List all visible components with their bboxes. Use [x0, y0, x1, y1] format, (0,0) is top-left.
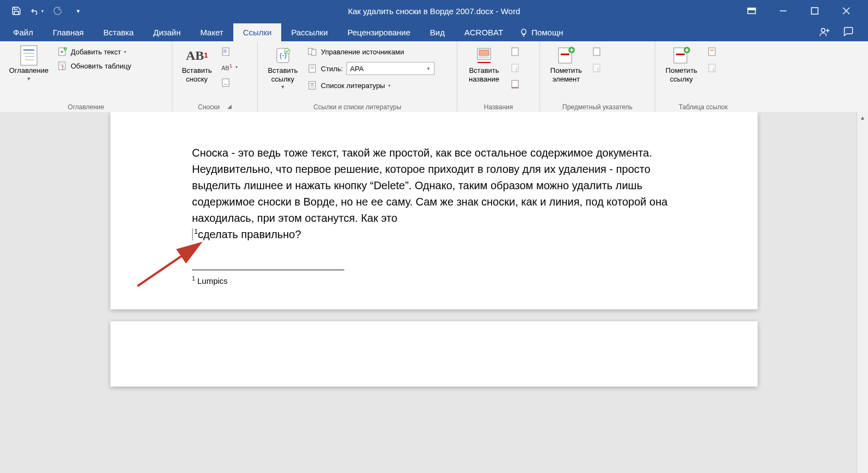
minimize-button[interactable] [773, 1, 793, 21]
footnotes-dialog-launcher[interactable]: ◢ [227, 103, 232, 111]
group-toa-label: Таблица ссылок [660, 102, 747, 112]
update-toc-button[interactable]: ! Обновить таблицу [57, 60, 132, 72]
insert-index-icon [592, 47, 602, 57]
document-area[interactable]: Сноска - это ведь тоже текст, такой же п… [0, 112, 868, 113]
caption-icon [474, 46, 494, 65]
svg-text:[i]: [i] [224, 49, 227, 53]
toc-icon [19, 46, 39, 65]
svg-rect-60 [709, 48, 715, 55]
manage-sources-label: Управление источниками [321, 48, 404, 56]
insert-caption-button[interactable]: Вставить название [462, 43, 506, 83]
svg-text:+: + [64, 47, 67, 52]
style-value-dropdown[interactable]: APA ▼ [346, 62, 435, 75]
insert-endnote-button[interactable]: [i] [220, 46, 239, 58]
add-text-icon: ++ [58, 47, 67, 57]
share-button[interactable] [819, 26, 830, 37]
group-index-label: Предметный указатель [544, 102, 650, 112]
save-button[interactable] [10, 4, 23, 17]
maximize-button[interactable] [805, 1, 824, 21]
comments-button[interactable] [843, 26, 854, 37]
review-tab[interactable]: Рецензирование [338, 23, 420, 41]
citation-icon: (-) [273, 46, 293, 65]
window-controls [742, 1, 868, 21]
qat-customize-button[interactable]: ▾ [72, 4, 85, 17]
redo-button[interactable] [51, 4, 64, 17]
style-icon [308, 64, 318, 73]
group-captions-label: Названия [462, 102, 535, 112]
svg-rect-53 [593, 64, 600, 72]
group-footnotes: AB1 Вставить сноску [i] AB1▾ Сноски◢ [172, 41, 258, 112]
design-tab[interactable]: Дизайн [144, 23, 190, 41]
svg-rect-43 [512, 64, 518, 72]
citation-style-dropdown[interactable]: Стиль: APA ▼ [307, 61, 436, 76]
svg-rect-61 [710, 49, 714, 51]
cross-reference-button[interactable] [510, 78, 522, 90]
insert-footnote-label: Вставить сноску [182, 66, 212, 83]
toc-label: Оглавление [9, 66, 48, 75]
insert-toa-button[interactable] [706, 46, 718, 58]
scroll-up-button[interactable]: ▲ [857, 112, 868, 113]
next-footnote-button[interactable]: AB1▾ [220, 62, 239, 72]
group-toa: Пометить ссылку ! Таблица ссылок [655, 41, 751, 112]
mark-citation-button[interactable]: Пометить ссылку [660, 43, 703, 83]
update-index-button[interactable]: ! [591, 62, 603, 74]
svg-text:+: + [60, 49, 64, 55]
tell-me-label: Помощн [531, 28, 563, 37]
svg-rect-1 [748, 8, 755, 10]
manage-sources-button[interactable]: Управление источниками [307, 46, 436, 58]
document-page[interactable]: Сноска - это ведь тоже текст, такой же п… [110, 112, 758, 113]
svg-rect-42 [512, 48, 518, 55]
update-toa-icon: ! [708, 63, 717, 73]
vertical-scrollbar[interactable]: ▲ [857, 112, 868, 113]
view-tab[interactable]: Вид [420, 23, 455, 41]
insert-caption-label: Вставить название [469, 66, 499, 83]
mailings-tab[interactable]: Рассылки [281, 23, 337, 41]
insert-footnote-button[interactable]: AB1 Вставить сноску [177, 43, 217, 83]
mark-index-entry-button[interactable]: Пометить элемент [544, 43, 588, 83]
references-tab[interactable]: Ссылки [233, 23, 282, 41]
style-label: Стиль: [321, 65, 343, 73]
svg-text:!: ! [597, 67, 599, 73]
layout-tab[interactable]: Макет [190, 23, 233, 41]
svg-rect-62 [709, 64, 715, 72]
bibliography-button[interactable]: Список литературы ▾ [307, 79, 436, 91]
ribbon: Оглавление ▼ ++ Добавить текст ▾ ! Обнов… [0, 41, 868, 113]
svg-rect-39 [479, 50, 489, 55]
undo-button[interactable]: ▾ [30, 4, 44, 17]
svg-rect-24 [222, 79, 229, 86]
file-tab[interactable]: Файл [3, 23, 43, 41]
add-text-button[interactable]: ++ Добавить текст ▾ [57, 46, 132, 58]
ribbon-options-button[interactable] [742, 1, 761, 21]
insert-tab[interactable]: Вставка [94, 23, 144, 41]
svg-rect-30 [312, 49, 316, 55]
mark-citation-label: Пометить ссылку [666, 66, 697, 83]
svg-rect-3 [811, 8, 818, 14]
update-table-icon: ! [511, 63, 520, 73]
add-text-label: Добавить текст [71, 48, 121, 56]
update-table-figures-button[interactable]: ! [510, 62, 522, 74]
group-captions: Вставить название ! Названия [457, 41, 540, 112]
insert-index-button[interactable] [591, 46, 603, 58]
group-toc: Оглавление ▼ ++ Добавить текст ▾ ! Обнов… [0, 41, 172, 112]
close-button[interactable] [836, 1, 856, 21]
insert-table-figures-button[interactable] [510, 46, 522, 58]
chevron-down-icon: ▼ [281, 84, 286, 90]
mark-citation-icon [672, 46, 691, 65]
bibliography-icon [308, 80, 318, 90]
window-title: Как удалить сноски в Ворде 2007.docx - W… [348, 7, 520, 16]
style-value: APA [350, 65, 364, 73]
show-notes-button[interactable] [220, 77, 239, 89]
home-tab[interactable]: Главная [43, 23, 94, 41]
svg-rect-52 [593, 48, 600, 55]
toc-button[interactable]: Оглавление ▼ [4, 43, 53, 82]
mark-index-label: Пометить элемент [550, 66, 582, 83]
mark-index-icon [556, 46, 576, 65]
acrobat-tab[interactable]: ACROBAT [455, 23, 513, 41]
group-index: Пометить элемент ! Предметный указатель [540, 41, 655, 112]
update-index-icon: ! [592, 63, 602, 73]
update-toa-button[interactable]: ! [706, 62, 718, 74]
endnote-icon: [i] [221, 47, 231, 57]
insert-citation-button[interactable]: (-) Вставить ссылку ▼ [262, 43, 303, 90]
insert-citation-label: Вставить ссылку [268, 66, 297, 83]
tell-me-search[interactable]: Помощн [513, 23, 569, 41]
